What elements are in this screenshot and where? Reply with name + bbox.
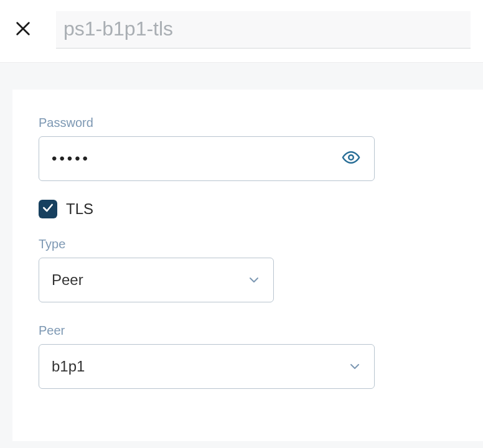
password-label: Password [39, 116, 457, 130]
peer-select[interactable]: b1p1 [39, 344, 375, 389]
dialog-header [0, 0, 483, 62]
type-select[interactable]: Peer [39, 258, 274, 302]
title-input[interactable] [56, 11, 471, 49]
password-field-wrap [39, 136, 375, 181]
content-area: Password TLS T [0, 90, 483, 448]
peer-label: Peer [39, 324, 457, 338]
password-input[interactable] [39, 136, 375, 181]
eye-icon [342, 148, 360, 169]
header-divider [0, 62, 483, 90]
close-icon [14, 20, 32, 40]
toggle-password-visibility-button[interactable] [341, 149, 361, 169]
form-card: Password TLS T [12, 90, 483, 441]
svg-point-2 [349, 155, 354, 160]
check-icon [42, 202, 54, 217]
tls-checkbox[interactable] [39, 200, 57, 218]
peer-select-value: b1p1 [52, 358, 85, 375]
type-select-wrap: Peer [39, 258, 274, 302]
type-label: Type [39, 237, 457, 251]
peer-select-wrap: b1p1 [39, 344, 375, 389]
tls-checkbox-row: TLS [39, 200, 457, 218]
tls-label: TLS [66, 200, 93, 218]
type-select-value: Peer [52, 271, 83, 289]
close-button[interactable] [12, 19, 34, 40]
